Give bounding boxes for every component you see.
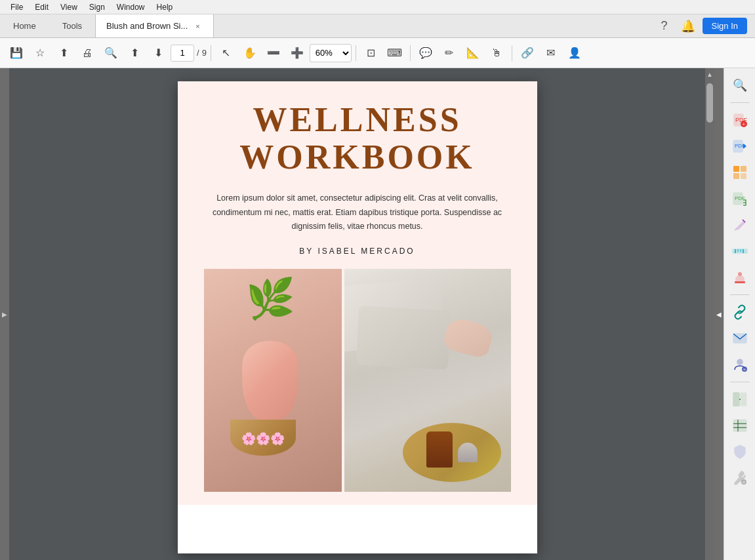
panel-arrow-icon: ◀	[716, 311, 722, 318]
user-button[interactable]: 👤	[563, 42, 586, 64]
page-separator: /	[197, 48, 199, 58]
tab-document-label: Blush and Brown Si...	[106, 21, 188, 31]
bookmark-button[interactable]: ☆	[29, 42, 51, 64]
cover-image-right	[344, 269, 510, 492]
save-button[interactable]: 💾	[5, 42, 28, 64]
main-area: ▶ WELLNESS WORKBOOK Lorem ipsum dolor si…	[0, 68, 755, 560]
svg-text:+: +	[742, 121, 745, 127]
bedding-background	[344, 269, 510, 492]
pdf-scrollbar[interactable]: ▲	[705, 68, 714, 560]
document-title: WELLNESS WORKBOOK	[239, 101, 474, 176]
rotate-button[interactable]: ⌨	[384, 42, 406, 64]
petals: 🌸🌸🌸	[230, 431, 296, 446]
sidebar-user-button[interactable]: +	[728, 353, 752, 376]
plant-icon: 🌿	[246, 275, 295, 322]
tab-right-area: ? 🔔 Sign In	[655, 14, 755, 37]
svg-rect-29	[733, 420, 746, 431]
hand-tool[interactable]: ✋	[239, 42, 261, 64]
zoom-select[interactable]: 60% 50% 75% 100% 125% 150% 200%	[310, 44, 352, 62]
toolbar: 💾 ☆ ⬆ 🖨 🔍 ⬆ ⬇ / 9 ↖ ✋ ➖ ➕ 60% 50% 75% 10…	[0, 38, 755, 68]
sidebar-annotate-button[interactable]	[728, 213, 752, 237]
menu-sign[interactable]: Sign	[84, 1, 110, 13]
menu-bar: File Edit View Sign Window Help	[0, 0, 755, 14]
mail-button[interactable]: ✉	[540, 42, 562, 64]
highlight-button[interactable]: ✏	[438, 42, 460, 64]
left-panel-toggle[interactable]: ▶	[0, 68, 9, 560]
measure-btn[interactable]: 📐	[462, 42, 484, 64]
tab-bar: Home Tools Blush and Brown Si... × ? 🔔 S…	[0, 14, 755, 38]
sidebar-stamp-button[interactable]	[728, 266, 752, 289]
menu-view[interactable]: View	[55, 1, 83, 13]
candle-silver	[458, 443, 478, 462]
menu-window[interactable]: Window	[112, 1, 150, 13]
toolbar-sep-2	[356, 45, 356, 61]
cover-description: Lorem ipsum dolor sit amet, consectetur …	[211, 191, 504, 233]
tab-document[interactable]: Blush and Brown Si... ×	[95, 14, 214, 37]
tab-tools[interactable]: Tools	[49, 14, 95, 37]
sidebar-export-button[interactable]: PDF	[728, 134, 752, 158]
svg-rect-9	[733, 173, 739, 179]
sidebar-sep-2	[730, 294, 750, 295]
print-button[interactable]: 🖨	[76, 42, 98, 64]
sidebar-save-button[interactable]: PDF	[728, 187, 752, 210]
cover-images: 🌿 🌸🌸🌸	[204, 269, 511, 492]
comment-button[interactable]: 💬	[415, 42, 437, 64]
svg-text:+: +	[743, 480, 745, 485]
sidebar-add-pdf-button[interactable]: PDF+	[728, 108, 752, 132]
sidebar-tools-button[interactable]: +	[728, 466, 752, 490]
right-panel-toggle[interactable]: ◀	[714, 68, 724, 560]
sign-in-button[interactable]: Sign In	[703, 18, 747, 34]
sidebar-table-button[interactable]	[728, 414, 752, 437]
sidebar-link-button[interactable]	[728, 300, 752, 324]
page-total: 9	[202, 48, 207, 58]
prev-page-button[interactable]: ⬆	[123, 42, 146, 64]
zoom-out-button[interactable]: ➖	[262, 42, 285, 64]
cover-author: BY ISABEL MERCADO	[299, 247, 415, 256]
upload-button[interactable]: ⬆	[52, 42, 75, 64]
link-button[interactable]: 🔗	[516, 42, 539, 64]
sidebar-sep-3	[730, 382, 750, 382]
notification-button[interactable]: 🔔	[679, 17, 697, 35]
toolbar-sep-1	[211, 45, 211, 61]
svg-rect-8	[741, 166, 746, 172]
sidebar-measure-button[interactable]	[728, 239, 752, 263]
pdf-page: WELLNESS WORKBOOK Lorem ipsum dolor sit …	[178, 81, 537, 553]
toolbar-sep-3	[410, 45, 411, 61]
pillow-2	[356, 306, 451, 370]
select-tool[interactable]: ↖	[215, 42, 237, 64]
page-number-input[interactable]	[171, 45, 194, 62]
sidebar-mail-button[interactable]	[728, 327, 752, 350]
candle-amber	[426, 431, 453, 468]
next-page-button[interactable]: ⬇	[147, 42, 169, 64]
cover-image-left: 🌿 🌸🌸🌸	[204, 269, 342, 492]
candle-tray	[403, 423, 501, 482]
menu-edit[interactable]: Edit	[30, 1, 54, 13]
menu-file[interactable]: File	[5, 1, 28, 13]
sidebar-compare-button[interactable]	[728, 388, 752, 411]
svg-rect-27	[741, 393, 746, 406]
menu-help[interactable]: Help	[152, 1, 178, 13]
pdf-area: WELLNESS WORKBOOK Lorem ipsum dolor sit …	[9, 68, 705, 560]
cover-background: WELLNESS WORKBOOK Lorem ipsum dolor sit …	[178, 81, 537, 505]
svg-rect-26	[733, 393, 739, 406]
svg-rect-7	[733, 166, 739, 172]
vase-shape	[242, 341, 298, 420]
tab-home[interactable]: Home	[0, 14, 49, 37]
svg-point-23	[737, 359, 743, 365]
sidebar-search-button[interactable]: 🔍	[728, 73, 752, 97]
toolbar-sep-4	[512, 45, 512, 61]
zoom-out-glass[interactable]: 🔍	[100, 42, 122, 64]
sidebar-organize-button[interactable]	[728, 161, 752, 184]
tab-close-button[interactable]: ×	[193, 21, 202, 31]
page-input-area: / 9	[171, 45, 207, 62]
stamp-btn[interactable]: 🖱	[485, 42, 508, 64]
zoom-in-button[interactable]: ➕	[286, 42, 308, 64]
sidebar-shield-button[interactable]	[728, 440, 752, 464]
crop-button[interactable]: ⊡	[360, 42, 382, 64]
sidebar-sep-1	[730, 102, 750, 103]
svg-rect-10	[741, 173, 746, 179]
scroll-thumb[interactable]	[706, 83, 713, 123]
svg-rect-20	[735, 281, 745, 283]
help-button[interactable]: ?	[655, 17, 674, 35]
svg-text:+: +	[743, 367, 746, 372]
